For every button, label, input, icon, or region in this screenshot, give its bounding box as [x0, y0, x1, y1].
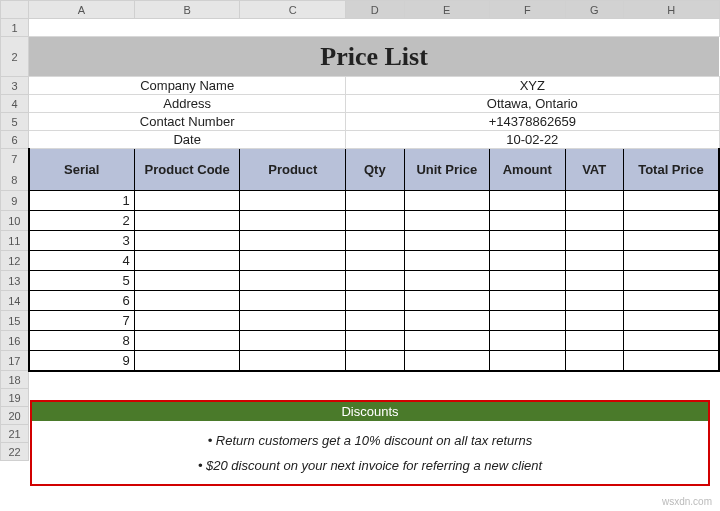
- cell[interactable]: [490, 191, 565, 211]
- row-header-20[interactable]: 20: [1, 407, 29, 425]
- cell[interactable]: [404, 351, 490, 371]
- cell[interactable]: [240, 251, 346, 271]
- header-total-price[interactable]: Total Price: [623, 149, 719, 191]
- cell[interactable]: [134, 231, 240, 251]
- cell[interactable]: [404, 191, 490, 211]
- cell[interactable]: [346, 291, 404, 311]
- row-header-2[interactable]: 2: [1, 37, 29, 77]
- row-header-13[interactable]: 13: [1, 271, 29, 291]
- cell[interactable]: [565, 211, 623, 231]
- serial-cell[interactable]: 4: [29, 251, 135, 271]
- cell[interactable]: [623, 351, 719, 371]
- spreadsheet-grid[interactable]: A B C D E F G H 1 2 Price List 3 Company…: [0, 0, 720, 461]
- row-header-16[interactable]: 16: [1, 331, 29, 351]
- cell[interactable]: [565, 311, 623, 331]
- row-header-7[interactable]: 7: [1, 149, 29, 170]
- row-header-3[interactable]: 3: [1, 77, 29, 95]
- cell[interactable]: [346, 251, 404, 271]
- cell[interactable]: [404, 291, 490, 311]
- cell[interactable]: [134, 271, 240, 291]
- serial-cell[interactable]: 1: [29, 191, 135, 211]
- col-header-H[interactable]: H: [623, 1, 719, 19]
- cell[interactable]: [134, 191, 240, 211]
- cell[interactable]: [404, 331, 490, 351]
- row-header-17[interactable]: 17: [1, 351, 29, 371]
- row-header-8[interactable]: 8: [1, 170, 29, 191]
- cell[interactable]: [623, 191, 719, 211]
- row-header-6[interactable]: 6: [1, 131, 29, 149]
- cell[interactable]: [490, 291, 565, 311]
- cell[interactable]: [346, 351, 404, 371]
- select-all-corner[interactable]: [1, 1, 29, 19]
- company-value[interactable]: XYZ: [346, 77, 719, 95]
- serial-cell[interactable]: 2: [29, 211, 135, 231]
- row-header-15[interactable]: 15: [1, 311, 29, 331]
- cell[interactable]: [623, 291, 719, 311]
- col-header-F[interactable]: F: [490, 1, 565, 19]
- cell[interactable]: [565, 251, 623, 271]
- row-header-9[interactable]: 9: [1, 191, 29, 211]
- row-header-11[interactable]: 11: [1, 231, 29, 251]
- cell[interactable]: [240, 271, 346, 291]
- row-header-1[interactable]: 1: [1, 19, 29, 37]
- cell[interactable]: [346, 191, 404, 211]
- cell[interactable]: [240, 291, 346, 311]
- cell[interactable]: [490, 251, 565, 271]
- cell[interactable]: [29, 19, 719, 37]
- header-product[interactable]: Product: [240, 149, 346, 191]
- cell[interactable]: [490, 211, 565, 231]
- serial-cell[interactable]: 7: [29, 311, 135, 331]
- row-header-12[interactable]: 12: [1, 251, 29, 271]
- header-product-code[interactable]: Product Code: [134, 149, 240, 191]
- col-header-C[interactable]: C: [240, 1, 346, 19]
- serial-cell[interactable]: 9: [29, 351, 135, 371]
- cell[interactable]: [134, 311, 240, 331]
- cell[interactable]: [240, 351, 346, 371]
- cell[interactable]: [623, 311, 719, 331]
- cell[interactable]: [565, 271, 623, 291]
- date-value[interactable]: 10-02-22: [346, 131, 719, 149]
- cell[interactable]: [623, 211, 719, 231]
- cell[interactable]: [134, 251, 240, 271]
- col-header-E[interactable]: E: [404, 1, 490, 19]
- row-header-10[interactable]: 10: [1, 211, 29, 231]
- cell[interactable]: [404, 311, 490, 331]
- cell[interactable]: [346, 311, 404, 331]
- cell[interactable]: [404, 211, 490, 231]
- row-header-19[interactable]: 19: [1, 389, 29, 407]
- cell[interactable]: [240, 311, 346, 331]
- row-header-4[interactable]: 4: [1, 95, 29, 113]
- cell[interactable]: [404, 271, 490, 291]
- cell[interactable]: [346, 271, 404, 291]
- cell[interactable]: [240, 231, 346, 251]
- cell[interactable]: [490, 271, 565, 291]
- header-amount[interactable]: Amount: [490, 149, 565, 191]
- cell[interactable]: [134, 291, 240, 311]
- cell[interactable]: [490, 231, 565, 251]
- serial-cell[interactable]: 3: [29, 231, 135, 251]
- cell[interactable]: [240, 191, 346, 211]
- col-header-G[interactable]: G: [565, 1, 623, 19]
- cell[interactable]: [565, 231, 623, 251]
- col-header-A[interactable]: A: [29, 1, 135, 19]
- cell[interactable]: [623, 271, 719, 291]
- cell[interactable]: [346, 331, 404, 351]
- address-value[interactable]: Ottawa, Ontario: [346, 95, 719, 113]
- cell[interactable]: [404, 231, 490, 251]
- serial-cell[interactable]: 6: [29, 291, 135, 311]
- serial-cell[interactable]: 8: [29, 331, 135, 351]
- cell[interactable]: [490, 351, 565, 371]
- serial-cell[interactable]: 5: [29, 271, 135, 291]
- row-header-5[interactable]: 5: [1, 113, 29, 131]
- header-vat[interactable]: VAT: [565, 149, 623, 191]
- cell[interactable]: [565, 291, 623, 311]
- cell[interactable]: [565, 331, 623, 351]
- cell[interactable]: [134, 331, 240, 351]
- col-header-B[interactable]: B: [134, 1, 240, 19]
- cell[interactable]: [623, 231, 719, 251]
- cell[interactable]: [240, 331, 346, 351]
- cell[interactable]: [346, 211, 404, 231]
- cell[interactable]: [240, 211, 346, 231]
- cell[interactable]: [346, 231, 404, 251]
- contact-value[interactable]: +14378862659: [346, 113, 719, 131]
